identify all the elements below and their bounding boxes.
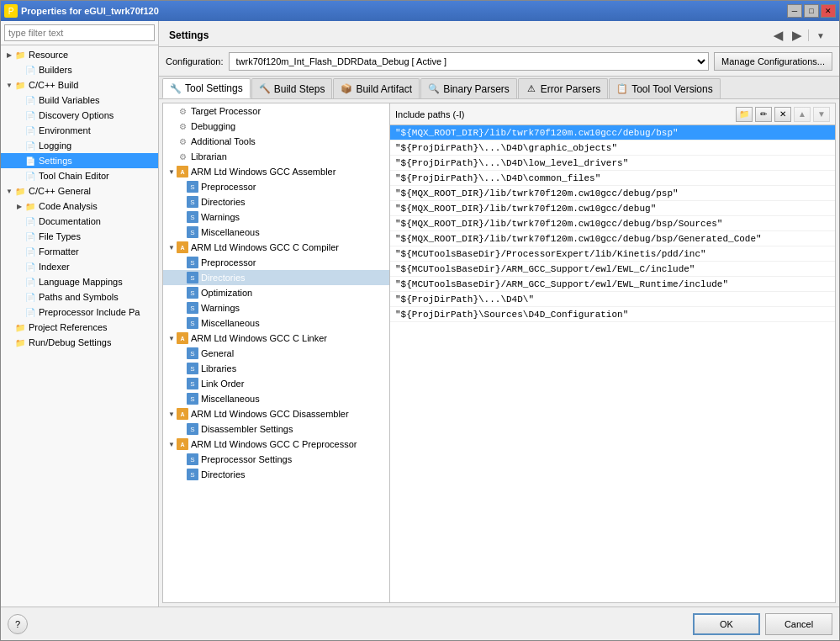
tab-tool-versions[interactable]: 📋 Tool Tool Versions: [609, 78, 721, 98]
back-button[interactable]: ◀: [769, 28, 786, 43]
spacer: [4, 337, 14, 347]
forward-button[interactable]: ▶: [788, 28, 805, 43]
binary-parsers-icon: 🔍: [428, 83, 440, 95]
page-icon: 📄: [24, 94, 36, 106]
sidebar-item-builders[interactable]: 📄 Builders: [1, 62, 158, 77]
tab-binary-parsers[interactable]: 🔍 Binary Parsers: [420, 78, 517, 98]
sidebar-item-indexer[interactable]: 📄 Indexer: [1, 259, 158, 274]
ok-button[interactable]: OK: [693, 613, 760, 635]
config-select[interactable]: twrk70f120m_Int_Flash_DDRData_Debug [ Ac…: [229, 52, 710, 71]
settings-header: Settings ◀ ▶ ▼: [159, 21, 839, 47]
tool-item-compiler-preprocessor[interactable]: S Preprocessor: [163, 255, 389, 270]
tool-item-linker-general[interactable]: S General: [163, 346, 389, 361]
tool-item-additional-tools[interactable]: ⚙ Additional Tools: [163, 134, 389, 149]
tab-build-artifact[interactable]: 📦 Build Artifact: [333, 78, 420, 98]
main-panel: Settings ◀ ▶ ▼ Configuration: twrk70f120…: [159, 21, 839, 607]
sidebar-item-language-mappings[interactable]: 📄 Language Mappings: [1, 274, 158, 289]
tool-item-arm-c-compiler[interactable]: ▼ A ARM Ltd Windows GCC C Compiler: [163, 240, 389, 255]
tool-item-disassembler-settings[interactable]: S Disassembler Settings: [163, 421, 389, 437]
path-item[interactable]: "${ProjDirPath}\...\D4D\low_level_driver…: [390, 156, 835, 171]
path-item[interactable]: "${ProjDirPath}\...\D4D\common_files": [390, 171, 835, 186]
spacer: [14, 140, 24, 151]
delete-path-button[interactable]: ✕: [774, 107, 791, 122]
sidebar-item-project-references[interactable]: 📁 Project References: [1, 320, 158, 335]
maximize-button[interactable]: □: [804, 4, 819, 18]
tool-item-preprocessor-directories[interactable]: S Directories: [163, 467, 389, 482]
tool-item-librarian[interactable]: ⚙ Librarian: [163, 149, 389, 164]
path-item[interactable]: "${MCUToolsBaseDir}/ARM_GCC_Support/ewl/…: [390, 262, 835, 277]
tool-item-compiler-directories[interactable]: S Directories: [163, 270, 389, 285]
sidebar-item-logging[interactable]: 📄 Logging: [1, 138, 158, 153]
sidebar-item-run-debug[interactable]: 📁 Run/Debug Settings: [1, 335, 158, 350]
tool-item-target-processor[interactable]: ⚙ Target Processor: [163, 103, 389, 119]
minimize-button[interactable]: ─: [787, 4, 802, 18]
path-item[interactable]: "${MCUToolsBaseDir}/ARM_GCC_Support/ewl/…: [390, 277, 835, 292]
sidebar-item-cpp-build[interactable]: ▼ 📁 C/C++ Build: [1, 77, 158, 93]
edit-path-button[interactable]: ✏: [755, 107, 772, 122]
tool-versions-icon: 📋: [616, 83, 628, 95]
sidebar-item-build-variables[interactable]: 📄 Build Variables: [1, 93, 158, 108]
tab-build-steps[interactable]: 🔨 Build Steps: [251, 78, 333, 98]
sidebar-item-cpp-general[interactable]: ▼ 📁 C/C++ General: [1, 183, 158, 199]
tool-item-linker-link-order[interactable]: S Link Order: [163, 376, 389, 391]
right-toolbar: Include paths (-I) 📁 ✏ ✕ ▲ ▼: [390, 103, 835, 125]
tool-item-assembler-misc[interactable]: S Miscellaneous: [163, 225, 389, 240]
move-down-button[interactable]: ▼: [813, 107, 830, 122]
tool-item-assembler-preprocessor[interactable]: S Preprocessor: [163, 179, 389, 194]
sidebar-item-environment[interactable]: 📄 Environment: [1, 123, 158, 138]
tool-item-compiler-warnings[interactable]: S Warnings: [163, 300, 389, 315]
path-item[interactable]: "${MQX_ROOT_DIR}/lib/twrk70f120m.cw10gcc…: [390, 231, 835, 246]
tool-item-compiler-optimization[interactable]: S Optimization: [163, 285, 389, 300]
path-item[interactable]: "${MQX_ROOT_DIR}/lib/twrk70f120m.cw10gcc…: [390, 201, 835, 216]
path-item[interactable]: "${ProjDirPath}\...\D4D\": [390, 292, 835, 307]
spacer: [177, 394, 187, 404]
path-item[interactable]: "${ProjDirPath}\Sources\D4D_Configuratio…: [390, 307, 835, 322]
arm-icon: A: [177, 332, 188, 344]
dropdown-button[interactable]: ▼: [812, 28, 829, 43]
sidebar-item-code-analysis[interactable]: ▶ 📁 Code Analysis: [1, 199, 158, 214]
tool-item-arm-c-linker[interactable]: ▼ A ARM Ltd Windows GCC C Linker: [163, 331, 389, 346]
tool-item-label: Preprocessor: [201, 182, 256, 192]
tool-item-assembler-directories[interactable]: S Directories: [163, 194, 389, 209]
sidebar-item-settings[interactable]: 📄 Settings: [1, 153, 158, 168]
sidebar-item-resource[interactable]: ▶ 📁 Resource: [1, 47, 158, 62]
sidebar-item-file-types[interactable]: 📄 File Types: [1, 229, 158, 244]
spacer: [14, 216, 24, 226]
tool-item-arm-disassembler[interactable]: ▼ A ARM Ltd Windows GCC Disassembler: [163, 406, 389, 421]
close-button[interactable]: ✕: [821, 4, 836, 18]
tab-tool-settings[interactable]: 🔧 Tool Settings: [162, 78, 251, 98]
tab-label: Error Parsers: [541, 83, 600, 95]
filter-input[interactable]: [4, 24, 155, 41]
manage-config-button[interactable]: Manage Configurations...: [714, 52, 832, 71]
add-path-button[interactable]: 📁: [736, 107, 753, 122]
tab-error-parsers[interactable]: ⚠ Error Parsers: [518, 78, 608, 98]
path-item[interactable]: "${MCUToolsBaseDir}/ProcessorExpert/lib/…: [390, 246, 835, 262]
path-item[interactable]: "${MQX_ROOT_DIR}/lib/twrk70f120m.cw10gcc…: [390, 125, 835, 140]
tool-settings-icon: 🔧: [170, 82, 182, 94]
cancel-button[interactable]: Cancel: [765, 613, 832, 635]
tool-item-linker-misc[interactable]: S Miscellaneous: [163, 391, 389, 406]
path-item[interactable]: "${ProjDirPath}\...\D4D\graphic_objects": [390, 140, 835, 156]
tool-item-arm-preprocessor[interactable]: ▼ A ARM Ltd Windows GCC C Preprocessor: [163, 437, 389, 452]
config-bar: Configuration: twrk70f120m_Int_Flash_DDR…: [159, 47, 839, 77]
tool-item-arm-assembler[interactable]: ▼ A ARM Ltd Windows GCC Assembler: [163, 164, 389, 179]
tool-item-preprocessor-settings[interactable]: S Preprocessor Settings: [163, 452, 389, 467]
tool-item-assembler-warnings[interactable]: S Warnings: [163, 209, 389, 225]
sidebar-item-formatter[interactable]: 📄 Formatter: [1, 244, 158, 259]
sidebar-item-preprocessor-include[interactable]: 📄 Preprocessor Include Pa: [1, 305, 158, 320]
help-button[interactable]: ?: [8, 614, 28, 634]
tool-item-label: Link Order: [201, 379, 244, 389]
tool-item-linker-libraries[interactable]: S Libraries: [163, 361, 389, 376]
sidebar-item-discovery-options[interactable]: 📄 Discovery Options: [1, 108, 158, 123]
tool-item-compiler-misc[interactable]: S Miscellaneous: [163, 315, 389, 331]
page-icon: 📄: [24, 215, 36, 227]
tool-item-debugging[interactable]: ⚙ Debugging: [163, 119, 389, 134]
sidebar-item-tool-chain-editor[interactable]: 📄 Tool Chain Editor: [1, 168, 158, 183]
sidebar-item-label: Tool Chain Editor: [39, 171, 109, 181]
path-item[interactable]: "${MQX_ROOT_DIR}/lib/twrk70f120m.cw10gcc…: [390, 216, 835, 231]
sidebar-item-paths-symbols[interactable]: 📄 Paths and Symbols: [1, 289, 158, 305]
page-icon: 📄: [24, 306, 36, 318]
path-item[interactable]: "${MQX_ROOT_DIR}/lib/twrk70f120m.cw10gcc…: [390, 186, 835, 201]
move-up-button[interactable]: ▲: [794, 107, 811, 122]
sidebar-item-documentation[interactable]: 📄 Documentation: [1, 214, 158, 229]
